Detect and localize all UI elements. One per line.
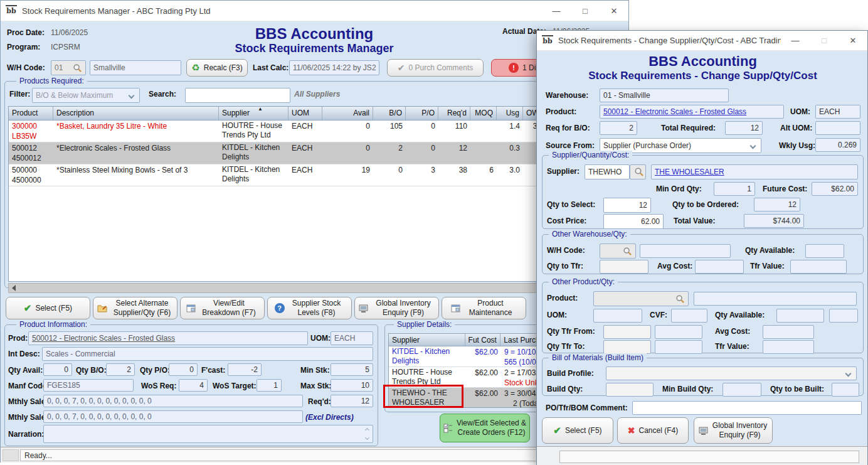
filter-dropdown[interactable]: B/O & Below Maximum (32, 88, 140, 103)
product-desc-field (694, 292, 857, 306)
source-from-label: Source From: (546, 141, 595, 150)
wh-code-lookup[interactable]: 01 (51, 60, 86, 75)
qty-to-select-input[interactable] (603, 198, 651, 213)
comment-input[interactable] (632, 401, 862, 415)
wos-target-label: WoS Target: (213, 382, 257, 390)
select-f5-button[interactable]: ✔ Select (F5) (6, 297, 90, 319)
table-row[interactable]: 5000004500000 *Stainless Steel Mixing Bo… (9, 164, 544, 186)
recalc-button[interactable]: ♻ Recalc (F3) (186, 59, 248, 77)
prod-field[interactable]: 500012 - Electronic Scales - Frosted Gla… (28, 331, 308, 345)
maximize-icon[interactable]: □ (571, 1, 600, 21)
chevron-down-icon (750, 142, 756, 149)
col-supplier[interactable]: Supplier (389, 334, 465, 346)
avg-cost-field (695, 260, 744, 274)
checklist-icon (443, 424, 453, 433)
col-moq[interactable]: MOQ (470, 107, 497, 120)
col-supplier[interactable]: Supplier ▲ (219, 107, 288, 120)
product-link-field[interactable]: 500012 - Electronic Scales - Frosted Gla… (600, 105, 784, 119)
uom-label: UOM: (310, 334, 331, 343)
qty-avail-label: Qty Avail: (8, 366, 43, 375)
minimize-icon[interactable]: — (781, 31, 810, 50)
proc-date-value: 11/06/2025 (51, 28, 88, 37)
purch-comments-button[interactable]: ✔ 0 Purch Comments (387, 59, 484, 77)
folder-edit-icon (97, 304, 107, 313)
product-maintenance-button[interactable]: Product Maintenance (442, 297, 526, 319)
build-qty-label: Build Qty: (547, 385, 583, 393)
spinner-icon[interactable] (363, 427, 371, 441)
minimize-icon[interactable]: — (542, 1, 571, 21)
col-reqd[interactable]: Req'd (438, 107, 470, 120)
supplier-lookup-button[interactable] (630, 164, 646, 179)
tfr-value-label: Tfr Value: (750, 262, 785, 270)
app-icon: bb (6, 5, 17, 16)
alt-uom-label: Alt UOM: (780, 124, 812, 132)
close-icon[interactable]: ✕ (839, 31, 867, 50)
col-usg[interactable]: Usg (497, 107, 523, 120)
cost-price-input[interactable] (603, 214, 664, 229)
supplier-label: Supplier: (547, 167, 580, 176)
search-label: Search: (149, 90, 176, 99)
table-row[interactable]: 300000LB35W *Basket, Laundry 35 Litre - … (9, 120, 544, 142)
avg-cost-field (763, 325, 814, 339)
qty-available-alt-field (829, 309, 858, 323)
future-cost-label: Future Cost: (763, 184, 807, 193)
supplier-name-link[interactable]: THE WHOLESALER (651, 164, 858, 179)
search-icon (675, 294, 685, 304)
alert-icon: ! (509, 63, 519, 73)
min-ord-qty-field: 1 (714, 182, 755, 196)
max-stk-field: 10 (331, 379, 373, 392)
qty-po-label: Qty P/O: (140, 366, 170, 375)
manf-code-field: FGES185 (43, 379, 134, 392)
qty-tfr-from-label: Qty Tfr From: (547, 327, 595, 336)
close-icon[interactable]: ✕ (600, 1, 628, 21)
req-bo-label: Req for B/O: (546, 124, 590, 132)
col-fut-cost[interactable]: Fut Cost (465, 334, 501, 346)
col-uom[interactable]: UOM (288, 107, 322, 120)
scroll-left-icon[interactable] (12, 285, 16, 291)
wos-req-field: 4 (179, 379, 208, 392)
narration-field[interactable] (43, 425, 373, 443)
global-inventory-enquiry-button[interactable]: Global Inventory Enquiry (F9) (354, 297, 439, 319)
col-product[interactable]: Product (9, 107, 53, 120)
dialog-window: bb Stock Requirements - Change Supplier/… (536, 30, 868, 465)
global-inventory-enquiry-button[interactable]: Global Inventory Enquiry (F9) (694, 417, 773, 444)
col-bo[interactable]: B/O (373, 107, 406, 120)
col-po[interactable]: P/O (406, 107, 438, 120)
status-cell (3, 449, 19, 461)
product-lookup[interactable] (593, 291, 689, 306)
qty-tfr-to-field (603, 340, 651, 354)
uom-label: UOM: (547, 311, 567, 319)
wh-code-lookup[interactable] (600, 243, 636, 259)
uom-field (593, 309, 642, 323)
cancel-button[interactable]: ✖ Cancel (F4) (617, 417, 689, 444)
supplier-code-input[interactable] (585, 164, 630, 179)
screen: bb Stock Requirements Manager - ABC Trad… (0, 0, 868, 465)
col-avail[interactable]: Avail (322, 107, 373, 120)
select-alternate-button[interactable]: Select Alternate Supplier/Qty (F6) (93, 297, 177, 319)
qty-to-tfr-label: Qty to Tfr: (547, 262, 583, 270)
select-button[interactable]: ✔ Select (F5) (542, 417, 613, 444)
table-row-selected[interactable]: 5000124500012 *Electronic Scales - Frost… (9, 142, 544, 164)
wos-target-field: 1 (257, 379, 282, 392)
min-build-qty-field (722, 383, 761, 397)
program-label: Program: (7, 43, 40, 51)
qty-bo-field: 2 (106, 363, 135, 376)
main-window: bb Stock Requirements Manager - ABC Trad… (0, 0, 629, 462)
tfr-value-label: Tfr Value: (715, 342, 749, 351)
prod-label: Prod: (8, 334, 28, 343)
qty-to-be-ordered-field: 12 (754, 198, 800, 211)
wos-req-label: WoS Req: (141, 382, 176, 390)
tfr-value-field (790, 260, 847, 274)
cross-icon: ✖ (628, 425, 635, 436)
bom-label: Bill of Materials (Build Item) (549, 353, 647, 362)
search-input[interactable] (185, 88, 290, 103)
question-icon: ? (275, 303, 285, 313)
qty-bo-label: Qty B/O: (76, 366, 107, 375)
col-description[interactable]: Description (53, 107, 219, 120)
create-orders-button[interactable]: View/Edit Selected & Create Orders (F12) (440, 414, 530, 442)
view-edit-breakdown-button[interactable]: View/Edit Breakdown (F7) (180, 297, 265, 319)
build-profile-dropdown[interactable] (606, 366, 857, 380)
horizontal-scrollbar[interactable] (8, 283, 598, 293)
supplier-stock-levels-button[interactable]: ? Supplier Stock Levels (F8) (267, 297, 352, 319)
total-value-field: $744.00 (744, 214, 804, 228)
